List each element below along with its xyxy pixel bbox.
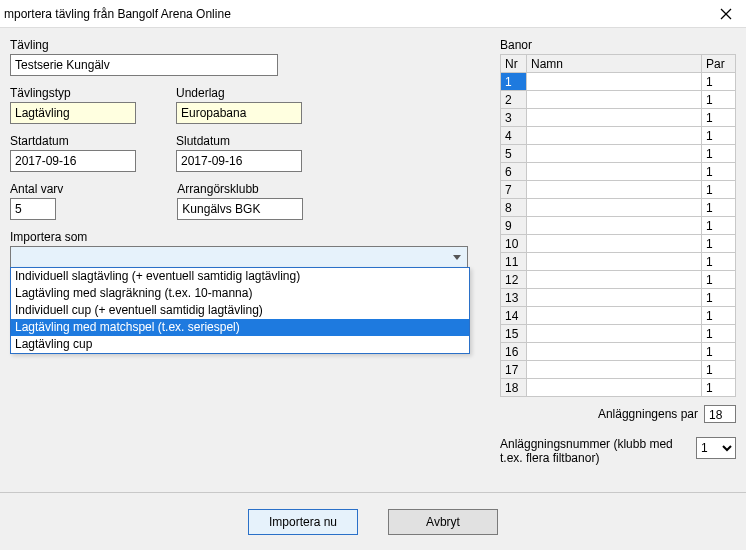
cell-nr[interactable]: 7 bbox=[501, 181, 527, 199]
cell-nr[interactable]: 8 bbox=[501, 199, 527, 217]
cell-name[interactable] bbox=[527, 343, 702, 361]
importera-som-dropdown[interactable] bbox=[10, 246, 468, 268]
cell-par[interactable]: 1 bbox=[702, 307, 736, 325]
underlag-input[interactable] bbox=[176, 102, 302, 124]
cell-par[interactable]: 1 bbox=[702, 253, 736, 271]
cell-name[interactable] bbox=[527, 361, 702, 379]
cell-par[interactable]: 1 bbox=[702, 217, 736, 235]
importera-nu-button[interactable]: Importera nu bbox=[248, 509, 358, 535]
cell-name[interactable] bbox=[527, 73, 702, 91]
cell-name[interactable] bbox=[527, 235, 702, 253]
cell-par[interactable]: 1 bbox=[702, 325, 736, 343]
table-row[interactable]: 101 bbox=[501, 235, 736, 253]
window-title: mportera tävling från Bangolf Arena Onli… bbox=[4, 0, 231, 28]
cell-nr[interactable]: 15 bbox=[501, 325, 527, 343]
close-button[interactable] bbox=[706, 0, 746, 28]
cell-par[interactable]: 1 bbox=[702, 343, 736, 361]
col-name-header[interactable]: Namn bbox=[527, 55, 702, 73]
table-row[interactable]: 131 bbox=[501, 289, 736, 307]
cell-name[interactable] bbox=[527, 145, 702, 163]
table-row[interactable]: 181 bbox=[501, 379, 736, 397]
cell-par[interactable]: 1 bbox=[702, 181, 736, 199]
table-row[interactable]: 91 bbox=[501, 217, 736, 235]
cell-nr[interactable]: 16 bbox=[501, 343, 527, 361]
cell-name[interactable] bbox=[527, 109, 702, 127]
arrangorsklubb-input[interactable] bbox=[177, 198, 303, 220]
cell-name[interactable] bbox=[527, 271, 702, 289]
dropdown-option[interactable]: Lagtävling cup bbox=[11, 336, 469, 353]
importera-som-label: Importera som bbox=[10, 230, 480, 244]
table-row[interactable]: 141 bbox=[501, 307, 736, 325]
cell-par[interactable]: 1 bbox=[702, 73, 736, 91]
cell-nr[interactable]: 9 bbox=[501, 217, 527, 235]
cell-par[interactable]: 1 bbox=[702, 379, 736, 397]
cell-name[interactable] bbox=[527, 91, 702, 109]
cell-par[interactable]: 1 bbox=[702, 199, 736, 217]
slutdatum-input[interactable] bbox=[176, 150, 302, 172]
table-row[interactable]: 31 bbox=[501, 109, 736, 127]
cell-nr[interactable]: 2 bbox=[501, 91, 527, 109]
col-nr-header[interactable]: Nr bbox=[501, 55, 527, 73]
table-row[interactable]: 111 bbox=[501, 253, 736, 271]
cell-nr[interactable]: 5 bbox=[501, 145, 527, 163]
cell-name[interactable] bbox=[527, 307, 702, 325]
footer: Importera nu Avbryt bbox=[0, 492, 746, 550]
table-row[interactable]: 21 bbox=[501, 91, 736, 109]
table-row[interactable]: 41 bbox=[501, 127, 736, 145]
table-row[interactable]: 81 bbox=[501, 199, 736, 217]
table-row[interactable]: 121 bbox=[501, 271, 736, 289]
cell-par[interactable]: 1 bbox=[702, 145, 736, 163]
cell-name[interactable] bbox=[527, 289, 702, 307]
cell-nr[interactable]: 10 bbox=[501, 235, 527, 253]
col-par-header[interactable]: Par bbox=[702, 55, 736, 73]
importera-som-dropdown-panel[interactable]: Individuell slagtävling (+ eventuell sam… bbox=[10, 267, 470, 354]
cell-name[interactable] bbox=[527, 379, 702, 397]
dropdown-option[interactable]: Individuell cup (+ eventuell samtidig la… bbox=[11, 302, 469, 319]
cell-name[interactable] bbox=[527, 127, 702, 145]
cell-par[interactable]: 1 bbox=[702, 163, 736, 181]
cell-nr[interactable]: 13 bbox=[501, 289, 527, 307]
startdatum-label: Startdatum bbox=[10, 134, 136, 148]
avbryt-button[interactable]: Avbryt bbox=[388, 509, 498, 535]
underlag-label: Underlag bbox=[176, 86, 302, 100]
table-row[interactable]: 11 bbox=[501, 73, 736, 91]
table-row[interactable]: 151 bbox=[501, 325, 736, 343]
cell-nr[interactable]: 17 bbox=[501, 361, 527, 379]
table-row[interactable]: 71 bbox=[501, 181, 736, 199]
cell-par[interactable]: 1 bbox=[702, 127, 736, 145]
anlaggningens-par-value: 18 bbox=[704, 405, 736, 423]
anlaggningsnummer-select[interactable]: 1 bbox=[696, 437, 736, 459]
table-row[interactable]: 161 bbox=[501, 343, 736, 361]
cell-name[interactable] bbox=[527, 181, 702, 199]
cell-par[interactable]: 1 bbox=[702, 271, 736, 289]
cell-name[interactable] bbox=[527, 325, 702, 343]
cell-par[interactable]: 1 bbox=[702, 91, 736, 109]
cell-name[interactable] bbox=[527, 163, 702, 181]
cell-par[interactable]: 1 bbox=[702, 109, 736, 127]
cell-nr[interactable]: 6 bbox=[501, 163, 527, 181]
cell-name[interactable] bbox=[527, 217, 702, 235]
dropdown-option[interactable]: Lagtävling med slagräkning (t.ex. 10-man… bbox=[11, 285, 469, 302]
cell-par[interactable]: 1 bbox=[702, 235, 736, 253]
banor-table: Nr Namn Par 1121314151617181911011111211… bbox=[500, 54, 736, 397]
cell-nr[interactable]: 18 bbox=[501, 379, 527, 397]
cell-par[interactable]: 1 bbox=[702, 289, 736, 307]
cell-name[interactable] bbox=[527, 199, 702, 217]
table-row[interactable]: 171 bbox=[501, 361, 736, 379]
tavling-input[interactable] bbox=[10, 54, 278, 76]
cell-nr[interactable]: 1 bbox=[501, 73, 527, 91]
cell-par[interactable]: 1 bbox=[702, 361, 736, 379]
cell-nr[interactable]: 4 bbox=[501, 127, 527, 145]
antalvarv-input[interactable] bbox=[10, 198, 56, 220]
dropdown-option[interactable]: Lagtävling med matchspel (t.ex. seriespe… bbox=[11, 319, 469, 336]
cell-name[interactable] bbox=[527, 253, 702, 271]
table-row[interactable]: 51 bbox=[501, 145, 736, 163]
cell-nr[interactable]: 14 bbox=[501, 307, 527, 325]
cell-nr[interactable]: 11 bbox=[501, 253, 527, 271]
cell-nr[interactable]: 12 bbox=[501, 271, 527, 289]
cell-nr[interactable]: 3 bbox=[501, 109, 527, 127]
tavlingstyp-input[interactable] bbox=[10, 102, 136, 124]
startdatum-input[interactable] bbox=[10, 150, 136, 172]
table-row[interactable]: 61 bbox=[501, 163, 736, 181]
dropdown-option[interactable]: Individuell slagtävling (+ eventuell sam… bbox=[11, 268, 469, 285]
